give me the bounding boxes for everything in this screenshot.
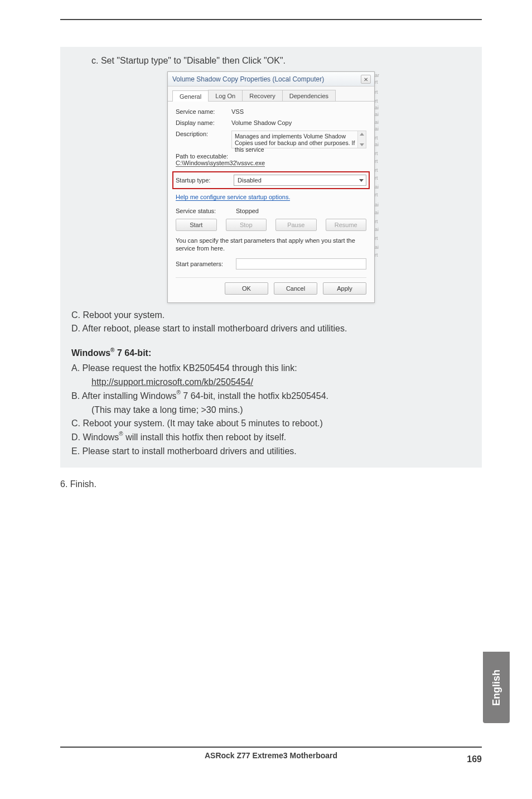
startup-type-select[interactable]: Disabled: [234, 175, 366, 186]
scrollbar[interactable]: [357, 131, 366, 148]
cancel-button[interactable]: Cancel: [274, 282, 317, 295]
step-c2: C. Reboot your system. (It may take abou…: [71, 417, 471, 431]
apply-button[interactable]: Apply: [323, 282, 366, 295]
tab-logon[interactable]: Log On: [208, 90, 243, 101]
step-b-note: (This may take a long time; >30 mins.): [91, 403, 471, 417]
cropped-text-fragment: ar rt rt rt ai ai ai ai rt ai rt rt rt r…: [375, 72, 381, 302]
service-name-value: VSS: [231, 108, 366, 115]
description-value: Manages and implements Volume Shadow Cop…: [235, 133, 363, 153]
tab-recovery[interactable]: Recovery: [242, 90, 282, 101]
windows7-heading: Windows® 7 64-bit:: [71, 348, 471, 358]
close-icon[interactable]: ✕: [361, 75, 371, 84]
startup-type-highlight: Startup type: Disabled: [173, 172, 369, 188]
step-d-after-reboot: D. After reboot, please start to install…: [71, 322, 471, 336]
ok-button[interactable]: OK: [225, 282, 268, 295]
service-status-label: Service status:: [176, 208, 231, 214]
path-value: C:\Windows\system32\vssvc.exe: [176, 160, 265, 167]
step-6-finish: 6. Finish.: [60, 478, 482, 492]
language-tab: English: [483, 652, 510, 723]
step-b: B. After installing Windows® 7 64-bit, i…: [71, 389, 471, 403]
description-label: Description:: [176, 131, 231, 137]
step-c-reboot: C. Reboot your system.: [71, 309, 471, 323]
startup-type-label: Startup type:: [176, 177, 229, 184]
hotfix-link[interactable]: http://support.microsoft.com/kb/2505454/: [91, 377, 253, 387]
pause-button[interactable]: Pause: [275, 219, 317, 231]
dialog-tabs: General Log On Recovery Dependencies: [168, 86, 374, 102]
start-params-input[interactable]: [236, 258, 366, 269]
tab-dependencies[interactable]: Dependencies: [282, 90, 336, 101]
dialog-title: Volume Shadow Copy Properties (Local Com…: [172, 75, 324, 83]
resume-button[interactable]: Resume: [326, 219, 367, 231]
dialog-titlebar: Volume Shadow Copy Properties (Local Com…: [168, 72, 374, 86]
display-name-value: Volume Shadow Copy: [231, 119, 366, 126]
start-params-label: Start parameters:: [176, 261, 231, 267]
tab-general[interactable]: General: [172, 90, 209, 102]
vss-properties-dialog: Volume Shadow Copy Properties (Local Com…: [167, 71, 375, 303]
service-status-value: Stopped: [236, 208, 259, 214]
instruction-c: c. Set "Startup type" to "Disable" then …: [91, 56, 471, 66]
startup-type-value: Disabled: [238, 177, 262, 184]
start-params-note: You can specify the start parameters tha…: [176, 237, 366, 253]
start-button[interactable]: Start: [176, 219, 217, 231]
page-number: 169: [467, 754, 482, 764]
step-e: E. Please start to install motherboard d…: [71, 445, 471, 459]
stop-button[interactable]: Stop: [226, 219, 267, 231]
path-label: Path to executable:: [176, 153, 366, 160]
description-box: Manages and implements Volume Shadow Cop…: [231, 131, 366, 148]
service-name-label: Service name:: [176, 108, 231, 115]
chevron-down-icon: [359, 179, 364, 182]
display-name-label: Display name:: [176, 119, 231, 126]
footer-title: ASRock Z77 Extreme3 Motherboard: [60, 751, 482, 760]
step-a: A. Please request the hotfix KB2505454 t…: [71, 362, 471, 376]
help-link[interactable]: Help me configure service startup option…: [176, 194, 290, 201]
step-d2: D. Windows® will install this hotfix the…: [71, 431, 471, 445]
